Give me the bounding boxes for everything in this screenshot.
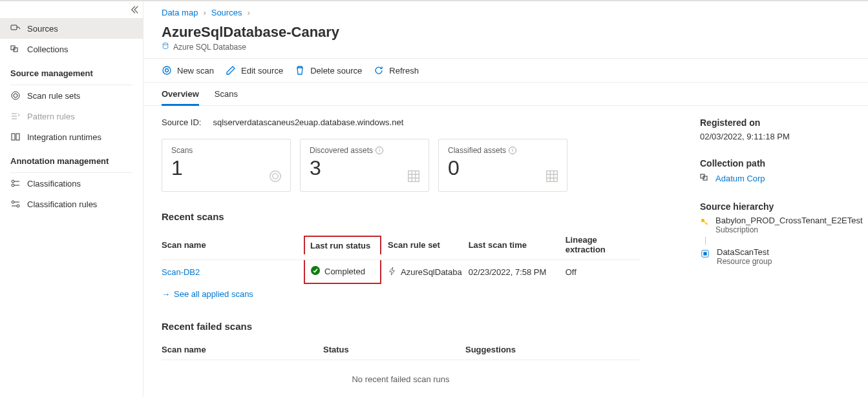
- svg-point-7: [12, 180, 14, 183]
- card-label: Discovered assets i: [310, 146, 419, 155]
- sidebar-item-sources[interactable]: Sources: [0, 18, 143, 39]
- source-hierarchy-label: Source hierarchy: [700, 201, 855, 212]
- collection-icon: [700, 172, 710, 185]
- source-id-row: Source ID: sqlserverdatascaneus2euap.dat…: [162, 117, 669, 127]
- svg-point-4: [14, 94, 17, 97]
- pattern-icon: [10, 111, 21, 121]
- sql-database-icon: [162, 42, 169, 52]
- chevron-right-icon: ›: [203, 8, 206, 17]
- sidebar-item-label: Collections: [27, 45, 69, 54]
- page-header: AzureSqlDatabase-Canary Azure SQL Databa…: [143, 21, 868, 59]
- edit-source-button[interactable]: Edit source: [226, 65, 283, 76]
- classifications-icon: [10, 178, 21, 188]
- hierarchy-connector: [705, 237, 855, 245]
- tab-overview[interactable]: Overview: [162, 83, 199, 106]
- failed-scans-table: Scan name Status Suggestions No recent f…: [162, 340, 640, 397]
- svg-point-9: [12, 201, 14, 203]
- sidebar-item-label: Integration runtimes: [27, 132, 101, 142]
- subtitle-text: Azure SQL Database: [173, 43, 246, 52]
- svg-point-3: [12, 92, 19, 99]
- info-icon[interactable]: i: [376, 147, 383, 154]
- collection-path-label: Collection path: [700, 158, 855, 168]
- svg-rect-6: [16, 134, 19, 140]
- svg-point-12: [163, 66, 171, 74]
- card-value: 3: [310, 156, 419, 180]
- hierarchy-node-subscription[interactable]: Babylon_PROD_CrossTenant_E2ETest Subscri…: [700, 216, 855, 234]
- svg-rect-23: [703, 252, 706, 255]
- card-value: 1: [171, 156, 281, 180]
- trash-icon: [295, 65, 305, 76]
- hierarchy-name: DataScanTest: [717, 247, 772, 257]
- scan-name-link[interactable]: Scan-DB2: [162, 267, 200, 277]
- chevron-right-icon: ›: [247, 8, 249, 17]
- grid-icon: [407, 169, 421, 183]
- svg-point-11: [163, 43, 168, 45]
- sidebar-item-pattern-rules[interactable]: Pattern rules: [0, 106, 143, 127]
- th-scan-name: Scan name: [162, 340, 323, 360]
- refresh-button[interactable]: Refresh: [374, 65, 419, 76]
- metadata-panel: Registered on 02/03/2022, 9:11:18 PM Col…: [687, 106, 868, 397]
- source-id-value: sqlserverdatascaneus2euap.database.windo…: [213, 117, 403, 127]
- delete-source-button[interactable]: Delete source: [295, 65, 362, 76]
- sidebar-item-classification-rules[interactable]: Classification rules: [0, 194, 143, 214]
- collections-icon: [10, 44, 21, 54]
- recent-scans-title: Recent scans: [162, 211, 669, 222]
- sidebar-item-label: Classifications: [27, 179, 81, 188]
- th-status: Status: [323, 340, 465, 360]
- table-row: Scan-DB2 Completed: [162, 260, 640, 285]
- classification-rules-icon: [10, 199, 21, 209]
- tabs: Overview Scans: [143, 83, 868, 106]
- collapse-sidebar-icon[interactable]: [130, 5, 139, 16]
- card-discovered-assets[interactable]: Discovered assets i 3: [300, 139, 429, 192]
- svg-point-14: [270, 171, 281, 182]
- svg-point-15: [273, 174, 278, 179]
- card-classified-assets[interactable]: Classified assets i 0: [438, 139, 567, 192]
- ruleset-text: AzureSqlDataba: [401, 267, 462, 277]
- sidebar-item-scan-rule-sets[interactable]: Scan rule sets: [0, 85, 143, 106]
- sidebar-item-classifications[interactable]: Classifications: [0, 173, 143, 194]
- button-label: Edit source: [241, 66, 283, 76]
- refresh-icon: [374, 65, 384, 76]
- sidebar-section-source-management: Source management: [0, 59, 143, 82]
- hierarchy-name: Babylon_PROD_CrossTenant_E2ETest: [715, 216, 863, 225]
- hierarchy-node-resource-group[interactable]: DataScanTest Resource group: [700, 247, 855, 266]
- status-cell: Completed: [310, 265, 375, 278]
- collection-path-link[interactable]: Adatum Corp: [700, 172, 855, 185]
- sidebar-item-label: Classification rules: [27, 199, 97, 209]
- th-suggestions: Suggestions: [465, 340, 640, 360]
- target-icon: [10, 90, 21, 101]
- sidebar-item-label: Pattern rules: [27, 112, 75, 121]
- sidebar: Sources Collections Source management Sc…: [0, 1, 143, 397]
- sidebar-item-label: Sources: [27, 24, 58, 34]
- sidebar-item-collections[interactable]: Collections: [0, 39, 143, 59]
- recent-scans-table: Scan name Last run status Scan rule set …: [162, 230, 640, 284]
- see-all-applied-scans-link[interactable]: → See all applied scans: [162, 289, 253, 299]
- sidebar-item-integration-runtimes[interactable]: Integration runtimes: [0, 127, 143, 147]
- svg-point-10: [17, 205, 19, 207]
- sidebar-item-label: Scan rule sets: [27, 91, 80, 101]
- th-scan-rule-set: Scan rule set: [381, 230, 469, 260]
- tab-scans[interactable]: Scans: [215, 83, 238, 105]
- status-text: Completed: [324, 267, 365, 276]
- resource-group-icon: [700, 249, 710, 259]
- registered-on-value: 02/03/2022, 9:11:18 PM: [700, 132, 855, 141]
- grid-icon: [545, 169, 559, 183]
- button-label: New scan: [177, 66, 214, 76]
- breadcrumb-data-map[interactable]: Data map: [162, 8, 198, 17]
- new-scan-button[interactable]: New scan: [162, 65, 214, 76]
- card-label: Scans: [171, 146, 281, 155]
- recent-failed-scans-title: Recent failed scans: [162, 321, 669, 332]
- arrow-right-icon: →: [162, 289, 170, 299]
- svg-point-13: [165, 69, 169, 72]
- th-lineage-extraction: Lineage extraction: [566, 230, 640, 260]
- card-scans[interactable]: Scans 1: [162, 139, 291, 192]
- success-check-icon: [310, 265, 321, 278]
- pencil-icon: [226, 65, 236, 76]
- breadcrumb: Data map › Sources ›: [143, 1, 868, 21]
- registered-on-label: Registered on: [700, 117, 855, 128]
- breadcrumb-sources[interactable]: Sources: [211, 8, 242, 17]
- th-scan-name: Scan name: [162, 230, 304, 260]
- target-icon: [162, 65, 172, 76]
- hierarchy-type: Resource group: [717, 257, 772, 266]
- info-icon[interactable]: i: [509, 147, 516, 154]
